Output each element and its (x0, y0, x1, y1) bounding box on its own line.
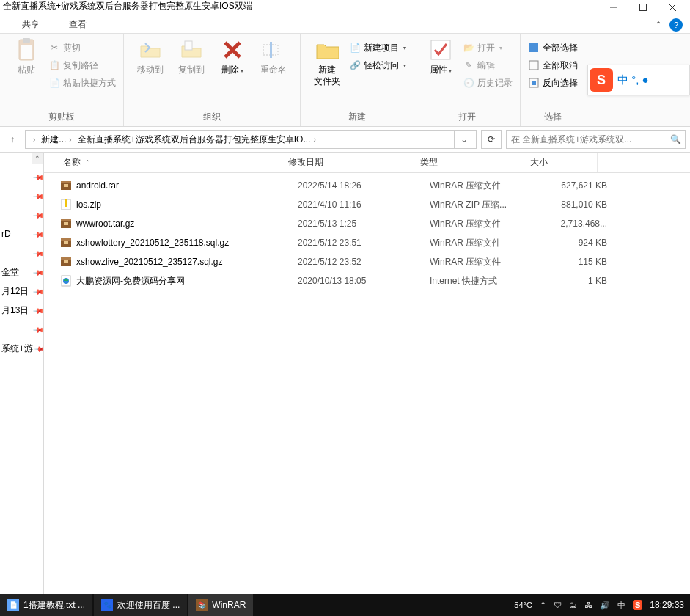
select-all-button[interactable]: 全部选择 (526, 40, 579, 56)
tray-folder-icon[interactable]: 🗂 (569, 601, 577, 609)
file-date: 2020/10/13 18:05 (298, 276, 430, 286)
file-name: wwwroot.tar.gz (76, 219, 298, 229)
content: ⌃ 📌📌📌rD📌📌金堂📌月12日📌月13日📌📌系统+游📌 名称⌃ 修改日期 类型… (0, 153, 690, 597)
clock[interactable]: 18:29:33 (650, 600, 684, 610)
copy-to-button[interactable]: 复制到 (171, 37, 212, 78)
crumb-item[interactable]: 新建... (41, 133, 66, 146)
file-size: 1 KB (540, 276, 613, 286)
svg-rect-27 (64, 241, 68, 244)
nav-item[interactable]: 📌 (0, 320, 43, 339)
column-headers[interactable]: 名称⌃ 修改日期 类型 大小 (44, 153, 690, 173)
history-icon: 🕘 (463, 77, 474, 89)
open-button[interactable]: 📂打开▾ (461, 40, 514, 56)
delete-button[interactable]: 删除▾ (212, 37, 253, 78)
file-row[interactable]: android.rar 2022/5/14 18:26 WinRAR 压缩文件 … (44, 176, 690, 195)
edit-button[interactable]: ✎编辑 (461, 57, 514, 73)
search-box[interactable]: 🔍 (506, 130, 686, 149)
notepad-icon: 📄 (7, 599, 19, 611)
paste-shortcut-button[interactable]: 📄粘贴快捷方式 (47, 75, 117, 91)
help-button[interactable]: ? (669, 18, 683, 32)
rename-button[interactable]: 重命名 (253, 37, 294, 78)
file-size: 2,713,468... (540, 219, 613, 229)
address-bar: ↑ › 新建...› 全新直播系统+游戏系统双后台服务器打包完整原生安卓IO..… (0, 127, 690, 153)
task-item[interactable]: 📄1搭建教程.txt ... (0, 594, 92, 616)
search-input[interactable] (511, 134, 670, 144)
column-date[interactable]: 修改日期 (282, 153, 414, 172)
properties-button[interactable]: 属性▾ (420, 37, 461, 78)
file-list[interactable]: android.rar 2022/5/14 18:26 WinRAR 压缩文件 … (44, 173, 690, 597)
file-name: android.rar (76, 180, 298, 191)
column-type[interactable]: 类型 (414, 153, 524, 172)
tray-chevron-icon[interactable]: ⌃ (540, 601, 546, 610)
copy-path-button[interactable]: 📋复制路径 (47, 57, 117, 73)
svg-rect-5 (23, 38, 30, 43)
file-row[interactable]: wwwroot.tar.gz 2021/5/13 1:25 WinRAR 压缩文… (44, 214, 690, 233)
file-type: WinRAR 压缩文件 (430, 237, 540, 249)
close-button[interactable] (658, 0, 687, 15)
collapse-ribbon-icon[interactable]: ⌃ (655, 20, 662, 30)
tray-shield-icon[interactable]: 🛡 (554, 601, 562, 609)
nav-item[interactable]: 月12日📌 (0, 282, 43, 301)
select-none-button[interactable]: 全部取消 (526, 57, 579, 73)
group-open: 属性▾ 📂打开▾ ✎编辑 🕘历史记录 打开 (414, 34, 521, 126)
history-button[interactable]: 🕘历史记录 (461, 75, 514, 91)
breadcrumb-dropdown[interactable]: ⌄ (454, 131, 473, 148)
group-label: 选择 (526, 111, 579, 125)
nav-item[interactable]: 📌 (0, 186, 43, 205)
tab-view[interactable]: 查看 (54, 18, 101, 31)
file-name: xshowlottery_20210512_235118.sql.gz (76, 238, 298, 248)
search-icon[interactable]: 🔍 (670, 134, 680, 144)
new-item-button[interactable]: 📄新建项目▾ (348, 40, 408, 56)
scroll-up-icon[interactable]: ⌃ (32, 153, 43, 164)
crumb-item[interactable]: 全新直播系统+游戏系统双后台服务器打包完整原生安卓IO... (78, 133, 311, 146)
pin-icon: 📌 (33, 209, 43, 221)
paste-icon (15, 38, 38, 62)
column-size[interactable]: 大小 (524, 153, 598, 172)
system-tray[interactable]: 54°C ⌃ 🛡 🗂 🖧 🔊 中 S 18:29:33 (514, 600, 690, 611)
maximize-button[interactable] (628, 0, 658, 15)
file-icon (60, 275, 72, 287)
nav-item[interactable]: 系统+游📌 (0, 339, 43, 358)
file-area: 名称⌃ 修改日期 类型 大小 android.rar 2022/5/14 18:… (44, 153, 690, 597)
cut-button[interactable]: ✂剪切 (47, 40, 117, 56)
move-to-button[interactable]: 移动到 (130, 37, 171, 78)
svg-rect-19 (64, 184, 68, 187)
pin-icon: 📌 (33, 190, 43, 202)
taskbar[interactable]: 📄1搭建教程.txt ... 🐾欢迎使用百度 ... 📚WinRAR 54°C … (0, 594, 690, 616)
up-button[interactable]: ↑ (4, 131, 21, 147)
file-icon (60, 218, 72, 230)
weather-widget[interactable]: 54°C (514, 601, 532, 609)
new-folder-button[interactable]: 新建 文件夹 (307, 37, 348, 89)
group-select: 全部选择 全部取消 反向选择 选择 (521, 34, 585, 126)
nav-item[interactable]: rD📌 (0, 224, 43, 243)
minimize-button[interactable] (599, 0, 628, 15)
nav-item[interactable]: 金堂📌 (0, 263, 43, 282)
task-item[interactable]: 📚WinRAR (188, 594, 253, 616)
tab-share[interactable]: 共享 (7, 18, 54, 31)
ime-toolbar[interactable]: S 中 °, ● (587, 65, 690, 95)
svg-rect-11 (270, 42, 272, 58)
refresh-button[interactable]: ⟳ (481, 130, 502, 149)
nav-item[interactable]: 月13日📌 (0, 301, 43, 320)
tray-sogou-icon[interactable]: S (633, 600, 642, 610)
easy-access-button[interactable]: 🔗轻松访问▾ (348, 57, 408, 73)
nav-pane[interactable]: ⌃ 📌📌📌rD📌📌金堂📌月12日📌月13日📌📌系统+游📌 (0, 153, 44, 597)
tray-ime-icon[interactable]: 中 (617, 600, 625, 611)
file-row[interactable]: ios.zip 2021/4/10 11:16 WinRAR ZIP 压缩...… (44, 195, 690, 214)
column-name[interactable]: 名称⌃ (44, 153, 282, 172)
tray-network-icon[interactable]: 🖧 (584, 601, 592, 609)
file-row[interactable]: 大鹏资源网-免费源码分享网 2020/10/13 18:05 Internet … (44, 271, 690, 290)
copy-icon (180, 38, 203, 62)
tray-volume-icon[interactable]: 🔊 (600, 601, 610, 610)
ime-text: 中 °, ● (617, 73, 649, 87)
nav-item[interactable]: 📌 (0, 167, 43, 186)
paste-button[interactable]: 粘贴 (6, 37, 47, 78)
file-row[interactable]: xshowzlive_20210512_235127.sql.gz 2021/5… (44, 252, 690, 271)
file-row[interactable]: xshowlottery_20210512_235118.sql.gz 2021… (44, 233, 690, 252)
svg-rect-13 (529, 43, 538, 52)
invert-selection-button[interactable]: 反向选择 (526, 75, 579, 91)
breadcrumb[interactable]: › 新建...› 全新直播系统+游戏系统双后台服务器打包完整原生安卓IO...›… (25, 130, 477, 149)
task-item[interactable]: 🐾欢迎使用百度 ... (94, 594, 187, 616)
nav-item[interactable]: 📌 (0, 243, 43, 263)
nav-item[interactable]: 📌 (0, 205, 43, 224)
